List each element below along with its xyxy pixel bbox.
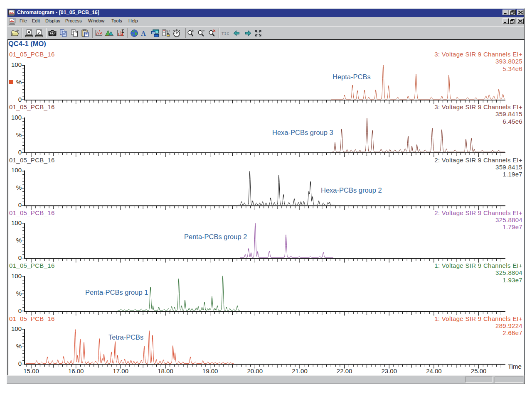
svg-text:359.8415: 359.8415 [495, 164, 522, 171]
svg-text:0: 0 [18, 307, 22, 314]
svg-text:A: A [141, 30, 146, 37]
svg-text:1.79e7: 1.79e7 [502, 223, 522, 230]
svg-text:1: Voltage SIR 9 Channels EI+: 1: Voltage SIR 9 Channels EI+ [434, 315, 522, 322]
svg-text:Tetra-PCBs: Tetra-PCBs [108, 333, 143, 341]
svg-text:17.00: 17.00 [113, 367, 129, 374]
svg-text:25.00: 25.00 [471, 367, 487, 374]
svg-text:Time: Time [508, 363, 522, 370]
svg-text:01_05_PCB_16: 01_05_PCB_16 [9, 51, 55, 58]
svg-text:%: % [16, 131, 22, 138]
svg-text:01_05_PCB_16: 01_05_PCB_16 [9, 103, 55, 110]
svg-text:15.00: 15.00 [23, 367, 39, 374]
svg-text:01_05_PCB_16: 01_05_PCB_16 [9, 209, 55, 216]
svg-text:2.66e7: 2.66e7 [502, 329, 522, 336]
svg-text:Penta-PCBs group 2: Penta-PCBs group 2 [184, 233, 247, 240]
svg-text:0: 0 [18, 201, 22, 208]
svg-text:100: 100 [11, 272, 22, 279]
svg-text:Hexa-PCBs group 3: Hexa-PCBs group 3 [272, 129, 333, 136]
svg-text:16.00: 16.00 [68, 367, 84, 374]
svg-text:0: 0 [18, 149, 22, 156]
svg-text:19.00: 19.00 [202, 367, 218, 374]
svg-text:3: Voltage SIR 9 Channels EI+: 3: Voltage SIR 9 Channels EI+ [434, 51, 522, 58]
svg-text:%: % [16, 343, 22, 350]
svg-text:0: 0 [18, 254, 22, 261]
svg-text:TIC: TIC [222, 32, 229, 36]
svg-text:Hepta-PCBs: Hepta-PCBs [332, 73, 371, 81]
svg-text:1: Voltage SIR 9 Channels EI+: 1: Voltage SIR 9 Channels EI+ [434, 262, 522, 269]
svg-text:Σ: Σ [121, 29, 124, 34]
svg-text:Hexa-PCBs group 2: Hexa-PCBs group 2 [321, 186, 382, 194]
svg-text:01_05_PCB_16: 01_05_PCB_16 [9, 157, 55, 164]
svg-text:Penta-PCBs group 1: Penta-PCBs group 1 [85, 289, 148, 296]
svg-text:2: Voltage SIR 9 Channels EI+: 2: Voltage SIR 9 Channels EI+ [434, 157, 522, 164]
svg-text:0: 0 [18, 360, 22, 367]
svg-text:0: 0 [18, 96, 22, 103]
svg-text:100: 100 [11, 114, 22, 121]
svg-text:%: % [16, 78, 22, 86]
svg-text:20.00: 20.00 [247, 367, 263, 374]
svg-text:393.8025: 393.8025 [495, 58, 522, 65]
svg-text:22.00: 22.00 [337, 367, 352, 374]
svg-text:1.19e7: 1.19e7 [502, 171, 522, 178]
svg-text:100: 100 [11, 61, 22, 68]
svg-text:01_05_PCB_16: 01_05_PCB_16 [9, 262, 55, 269]
svg-text:6.45e6: 6.45e6 [502, 118, 522, 125]
svg-text:325.8804: 325.8804 [495, 269, 522, 276]
svg-text:23.00: 23.00 [382, 367, 397, 374]
svg-text:1.93e7: 1.93e7 [502, 277, 522, 284]
svg-text:24.00: 24.00 [426, 367, 442, 374]
svg-text:100: 100 [11, 166, 22, 174]
svg-text:%: % [16, 184, 22, 191]
svg-text:2: Voltage SIR 9 Channels EI+: 2: Voltage SIR 9 Channels EI+ [434, 209, 522, 216]
svg-text:01_05_PCB_16: 01_05_PCB_16 [9, 315, 55, 322]
svg-text:5.34e6: 5.34e6 [502, 65, 522, 72]
svg-text:100: 100 [11, 325, 22, 332]
svg-text:21.00: 21.00 [292, 367, 308, 374]
svg-text:100: 100 [11, 219, 22, 226]
svg-text:325.8804: 325.8804 [495, 216, 522, 223]
svg-text:359.8415: 359.8415 [495, 110, 522, 117]
svg-text:QC4-1 (MO): QC4-1 (MO) [8, 40, 46, 47]
svg-text:%: % [16, 290, 22, 297]
svg-text:%: % [16, 237, 22, 244]
svg-text:3: Voltage SIR 9 Channels EI+: 3: Voltage SIR 9 Channels EI+ [434, 103, 522, 110]
svg-text:289.9224: 289.9224 [495, 322, 522, 329]
svg-text:18.00: 18.00 [158, 367, 173, 374]
